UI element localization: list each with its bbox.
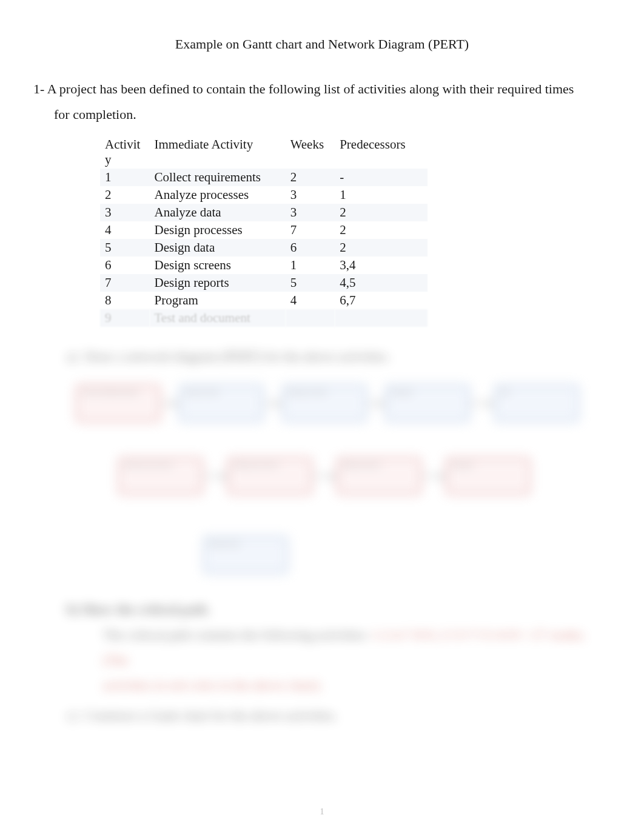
question-line1: A project has been defined to contain th… <box>47 81 574 96</box>
node-3: Analyze data <box>179 384 264 422</box>
cell-act: Analyze data <box>150 204 286 221</box>
cell-p: - <box>335 169 428 186</box>
col-activity: Activit y <box>100 135 150 169</box>
pert-diagram: Collect Requirements Analyze data Design… <box>70 378 574 585</box>
node-8: Program <box>385 384 470 422</box>
sub-b-heading: Show the critical path. <box>82 602 210 617</box>
cell-p: 2 <box>335 239 428 257</box>
cell-w: 3 <box>286 204 335 221</box>
cell-w: 2 <box>286 169 335 186</box>
sub-c-label: c) <box>67 704 81 726</box>
question-number: 1- <box>33 81 44 96</box>
cell-n: 2 <box>100 186 150 204</box>
cell-p: 2 <box>335 221 428 239</box>
table-row: 1 Collect requirements 2 - <box>100 169 428 186</box>
cell-n: 3 <box>100 204 150 221</box>
arrow-icon <box>367 403 385 404</box>
node-2: Analyze processes <box>118 457 203 495</box>
sub-item-a: a) Draw a network diagram (PERT) for the… <box>67 345 611 367</box>
cell-act: Test and document <box>150 309 286 327</box>
cell-p <box>335 309 428 327</box>
col-immediate: Immediate Activity <box>150 135 286 169</box>
cell-act: Design data <box>150 239 286 257</box>
cell-p: 4,5 <box>335 274 428 292</box>
cell-p: 3,4 <box>335 257 428 274</box>
arrow-icon <box>470 403 494 404</box>
cell-act: Program <box>150 292 286 309</box>
cell-w <box>286 309 335 327</box>
page-number: 1 <box>0 807 644 817</box>
cell-p: 6,7 <box>335 292 428 309</box>
cell-w: 7 <box>286 221 335 239</box>
table-header-row: Activit y Immediate Activity Weeks Prede… <box>100 135 428 169</box>
table-row: 6 Design screens 1 3,4 <box>100 257 428 274</box>
cell-act: Design processes <box>150 221 286 239</box>
node-4: Design processes <box>227 457 312 495</box>
cell-w: 6 <box>286 239 335 257</box>
node-1: Collect Requirements <box>76 384 161 422</box>
node-9: Test <box>494 384 579 422</box>
cell-n: 9 <box>100 309 150 327</box>
table-row: 9 Test and document <box>100 309 428 327</box>
cell-act: Design reports <box>150 274 286 292</box>
cell-act: Collect requirements <box>150 169 286 186</box>
sub-item-c: c) Construct a Gantt chart for the above… <box>67 704 611 726</box>
activities-table-wrap: Activit y Immediate Activity Weeks Prede… <box>100 135 428 327</box>
cell-act: Analyze processes <box>150 186 286 204</box>
cell-n: 8 <box>100 292 150 309</box>
table-row: 7 Design reports 5 4,5 <box>100 274 428 292</box>
node-6: Design screens <box>282 384 367 422</box>
sub-a-text: Draw a network diagram (PERT) for the ab… <box>85 349 391 364</box>
cell-n: 6 <box>100 257 150 274</box>
activities-table: Activit y Immediate Activity Weeks Prede… <box>100 135 428 327</box>
sub-item-b: b) Show the critical path. The critical … <box>67 597 611 698</box>
question-line2: for completion. <box>33 102 611 127</box>
node-8b: Program <box>446 457 531 495</box>
node-7: Design reports <box>337 457 421 495</box>
sub-c-text: Construct a Gantt chart for the above ac… <box>85 708 338 723</box>
sub-a-label: a) <box>67 345 81 367</box>
cell-w: 5 <box>286 274 335 292</box>
node-5: Design data <box>203 536 288 574</box>
arrow-icon <box>264 403 282 404</box>
arrow-icon <box>312 475 337 477</box>
col-weeks: Weeks <box>286 135 335 169</box>
arrow-icon <box>203 475 227 477</box>
sub-b-line1a: The critical path contains the following… <box>103 627 372 642</box>
sub-b-label: b) <box>67 602 79 617</box>
cell-n: 4 <box>100 221 150 239</box>
question-1: 1- A project has been defined to contain… <box>33 76 611 127</box>
table-row: 3 Analyze data 3 2 <box>100 204 428 221</box>
cell-n: 1 <box>100 169 150 186</box>
table-row: 2 Analyze processes 3 1 <box>100 186 428 204</box>
cell-act: Design screens <box>150 257 286 274</box>
cell-w: 1 <box>286 257 335 274</box>
cell-w: 4 <box>286 292 335 309</box>
page-title: Example on Gantt chart and Network Diagr… <box>33 36 611 52</box>
table-row: 5 Design data 6 2 <box>100 239 428 257</box>
col-pred: Predecessors <box>335 135 428 169</box>
arrow-icon <box>161 403 179 404</box>
cell-p: 2 <box>335 204 428 221</box>
table-row: 8 Program 4 6,7 <box>100 292 428 309</box>
cell-p: 1 <box>335 186 428 204</box>
sub-b-line2: activities in red color in the above cha… <box>67 672 611 698</box>
cell-w: 3 <box>286 186 335 204</box>
blurred-content: a) Draw a network diagram (PERT) for the… <box>33 345 611 727</box>
arrow-icon <box>421 475 446 477</box>
cell-n: 7 <box>100 274 150 292</box>
cell-n: 5 <box>100 239 150 257</box>
table-row: 4 Design processes 7 2 <box>100 221 428 239</box>
